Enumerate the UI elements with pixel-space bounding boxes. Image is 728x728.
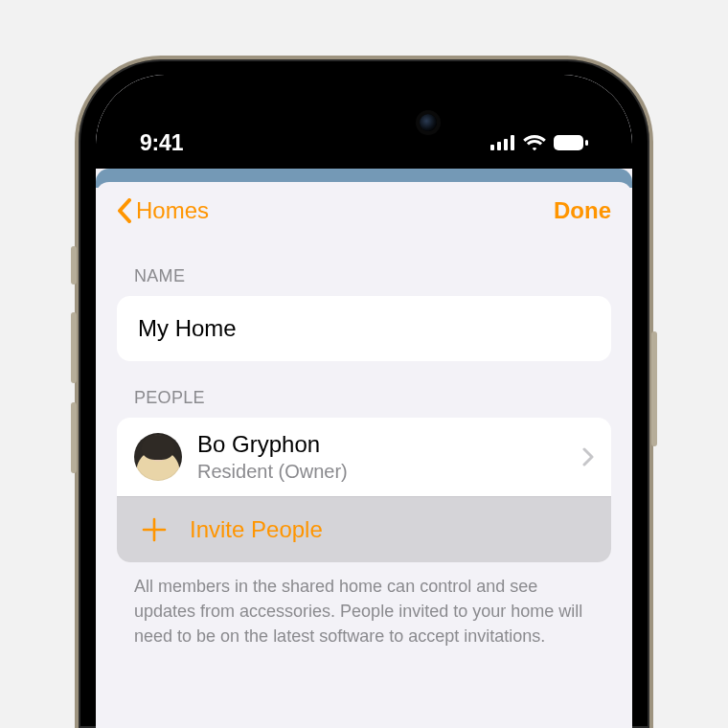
phone-frame: 9:41 bbox=[75, 56, 653, 728]
power-button bbox=[651, 331, 657, 446]
side-button bbox=[71, 246, 77, 284]
volume-up-button bbox=[71, 312, 77, 383]
avatar bbox=[134, 433, 182, 481]
plus-icon bbox=[142, 517, 167, 542]
person-name: Bo Gryphon bbox=[197, 431, 567, 459]
svg-rect-1 bbox=[497, 142, 501, 150]
people-list: Bo Gryphon Resident (Owner) Invite Peopl… bbox=[117, 418, 611, 562]
wifi-icon bbox=[523, 135, 546, 151]
back-button[interactable]: Homes bbox=[117, 197, 209, 224]
phone-screen: 9:41 bbox=[96, 75, 632, 728]
invite-people-button[interactable]: Invite People bbox=[117, 496, 611, 562]
svg-rect-5 bbox=[585, 140, 588, 146]
chevron-left-icon bbox=[117, 198, 132, 223]
battery-icon bbox=[554, 135, 588, 150]
person-row[interactable]: Bo Gryphon Resident (Owner) bbox=[117, 418, 611, 496]
dynamic-island bbox=[282, 100, 446, 146]
sheet-content: NAME My Home PEOPLE Bo Gryphon Resident … bbox=[96, 266, 632, 648]
people-section-header: PEOPLE bbox=[134, 388, 611, 408]
person-role: Resident (Owner) bbox=[197, 461, 567, 483]
home-name-value: My Home bbox=[138, 315, 237, 341]
svg-rect-3 bbox=[511, 135, 514, 150]
chevron-right-icon bbox=[582, 447, 594, 466]
done-button[interactable]: Done bbox=[554, 197, 611, 224]
person-text: Bo Gryphon Resident (Owner) bbox=[197, 431, 567, 483]
name-section-header: NAME bbox=[134, 266, 611, 286]
status-icons bbox=[490, 135, 588, 151]
svg-rect-4 bbox=[554, 135, 583, 150]
cellular-icon bbox=[490, 135, 515, 150]
svg-rect-2 bbox=[504, 139, 508, 150]
settings-sheet: Homes Done NAME My Home PEOPLE Bo Grypho… bbox=[96, 182, 632, 728]
svg-rect-0 bbox=[490, 145, 494, 150]
back-label: Homes bbox=[136, 197, 209, 224]
people-footer-note: All members in the shared home can contr… bbox=[117, 562, 611, 648]
nav-bar: Homes Done bbox=[96, 182, 632, 239]
volume-down-button bbox=[71, 402, 77, 473]
invite-label: Invite People bbox=[190, 516, 323, 543]
status-time: 9:41 bbox=[140, 130, 183, 156]
home-name-field[interactable]: My Home bbox=[117, 296, 611, 361]
front-camera bbox=[420, 114, 437, 131]
